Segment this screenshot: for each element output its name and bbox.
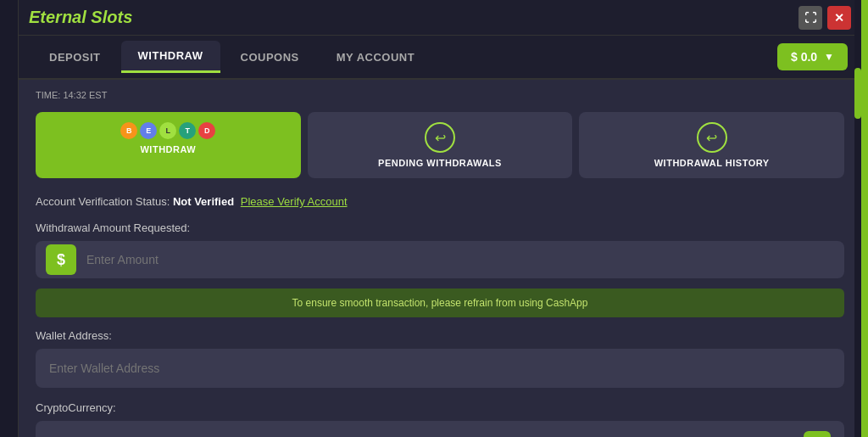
wallet-input-wrapper — [36, 349, 844, 388]
crypto-icons: B E L T D — [120, 122, 215, 139]
litecoin-icon: L — [159, 122, 176, 139]
content-area: TIME: 14:32 EST B E L T D WITHDRAW ↩ — [19, 80, 861, 437]
crypto-select-wrapper: BTC ▼ — [36, 421, 844, 437]
tab-withdraw[interactable]: WITHDRAW — [121, 41, 220, 73]
bitcoin-icon: B — [120, 122, 137, 139]
dollar-icon: $ — [46, 244, 76, 275]
balance-button[interactable]: $ 0.0 ▼ — [777, 43, 848, 70]
close-icon: ✕ — [834, 11, 844, 25]
sub-tab-pending[interactable]: ↩ PENDING WITHDRAWALS — [308, 112, 573, 178]
crypto-dropdown-button[interactable]: ▼ — [804, 431, 831, 437]
amount-label: Withdrawal Amount Requested: — [36, 221, 844, 234]
chevron-down-icon: ▼ — [824, 51, 834, 63]
expand-icon: ⛶ — [804, 11, 816, 25]
withdrawals-history-icon-pending: ↩ — [425, 122, 455, 153]
verification-row: Account Verification Status: Not Verifie… — [36, 195, 844, 208]
amount-input[interactable] — [86, 244, 834, 275]
app-logo: Eternal Slots — [29, 8, 132, 27]
sub-tab-pending-label: PENDING WITHDRAWALS — [378, 158, 502, 168]
window-controls: ⛶ ✕ — [798, 6, 851, 30]
balance-value: $ 0.0 — [791, 50, 817, 64]
time-display: TIME: 14:32 EST — [36, 90, 844, 100]
sub-tab-withdraw-label: WITHDRAW — [140, 144, 196, 154]
scrollbar-area — [854, 0, 861, 437]
expand-button[interactable]: ⛶ — [798, 6, 822, 30]
withdrawals-history-icon-history: ↩ — [697, 122, 727, 153]
sub-tab-history-label: WITHDRAWAL HISTORY — [654, 158, 770, 168]
tab-deposit[interactable]: DEPOSIT — [32, 41, 118, 73]
verify-account-link[interactable]: Please Verify Account — [241, 195, 348, 208]
tether-icon: T — [179, 122, 196, 139]
doge-icon: D — [198, 122, 215, 139]
sub-tab-history[interactable]: ↩ WITHDRAWAL HISTORY — [579, 112, 844, 178]
tab-coupons[interactable]: COUPONS — [224, 41, 316, 73]
verification-status: Not Verified — [173, 195, 234, 208]
wallet-input[interactable] — [49, 361, 831, 375]
side-panel — [0, 0, 19, 437]
scrollbar-thumb[interactable] — [854, 68, 861, 119]
crypto-label: CryptoCurrency: — [36, 401, 844, 414]
wallet-label: Wallet Address: — [36, 329, 844, 342]
tab-my-account[interactable]: MY ACCOUNT — [320, 41, 431, 73]
cashapp-notice: To ensure smooth transaction, please ref… — [36, 289, 844, 317]
close-button[interactable]: ✕ — [827, 6, 851, 30]
amount-input-wrapper: $ — [36, 241, 844, 278]
ethereum-icon: E — [140, 122, 157, 139]
top-bar: Eternal Slots ⛶ ✕ — [19, 0, 861, 36]
nav-bar: DEPOSIT WITHDRAW COUPONS MY ACCOUNT $ 0.… — [19, 36, 861, 80]
nav-tabs: DEPOSIT WITHDRAW COUPONS MY ACCOUNT — [32, 41, 777, 73]
right-accent-bar — [861, 0, 868, 437]
verification-label: Account Verification Status: — [36, 195, 170, 208]
sub-tab-withdraw[interactable]: B E L T D WITHDRAW — [36, 112, 301, 178]
sub-tabs: B E L T D WITHDRAW ↩ PENDING WITHDRAWALS… — [36, 112, 844, 178]
